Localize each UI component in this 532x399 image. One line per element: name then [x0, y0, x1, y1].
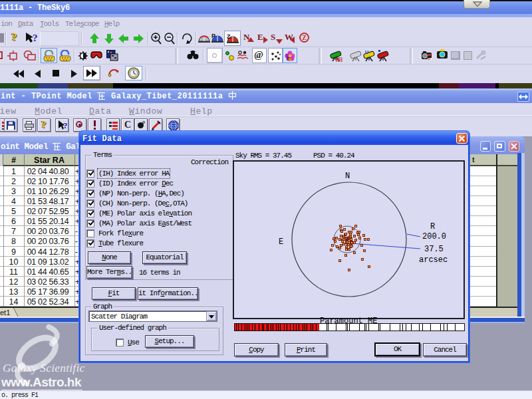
svg-text:?: ? [63, 120, 68, 130]
svg-text:U: U [365, 50, 368, 55]
svg-text:Z: Z [227, 33, 231, 40]
svg-text:P: P [211, 33, 215, 39]
svg-text:?: ? [33, 33, 38, 43]
